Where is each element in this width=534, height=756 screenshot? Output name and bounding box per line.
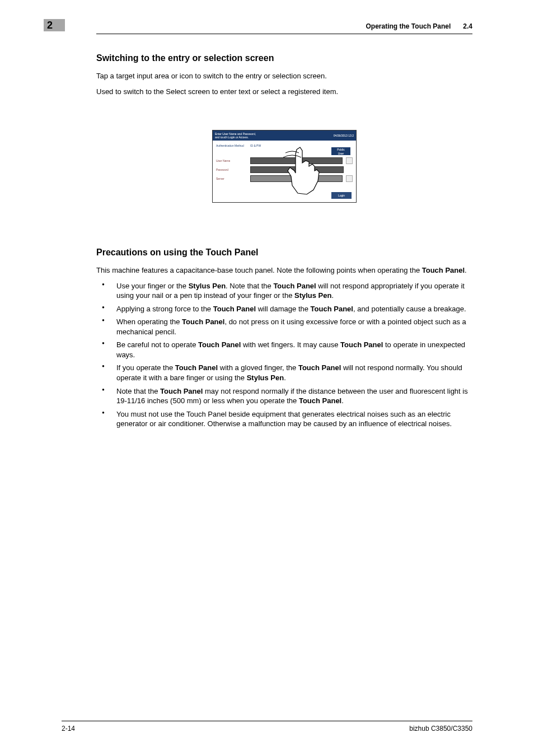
figure-login-button: Login xyxy=(331,192,352,199)
footer-model: bizhub C3850/C3350 xyxy=(409,725,472,732)
list-item: Note that the Touch Panel may not respon… xyxy=(96,386,472,406)
figure-label-password: Password xyxy=(216,168,247,171)
figure-label-server: Server xyxy=(216,177,247,180)
figure-title-left: Enter User Name and Password, and touch … xyxy=(215,132,256,139)
figure-list-icon xyxy=(346,175,353,182)
page-header: Operating the Touch Panel 2.4 xyxy=(96,22,472,34)
header-section-number: 2.4 xyxy=(463,22,472,30)
figure-label-username: User Name xyxy=(216,159,247,162)
list-item: Use your finger or the Stylus Pen. Note … xyxy=(96,281,472,301)
touch-panel-figure: Enter User Name and Password, and touch … xyxy=(212,130,357,203)
list-item: When operating the Touch Panel, do not p… xyxy=(96,317,472,337)
section2-heading: Precautions on using the Touch Panel xyxy=(96,248,472,258)
figure-datetime: 04/26/2013 13:2 xyxy=(334,134,354,137)
figure-password-field xyxy=(250,166,344,173)
list-item: You must not use the Touch Panel beside … xyxy=(96,409,472,429)
section2-intro: This machine features a capacitance-base… xyxy=(96,265,472,276)
figure-keyboard-icon xyxy=(346,157,353,164)
figure-public-user-button: Public User xyxy=(331,147,350,155)
page-footer: 2-14 bizhub C3850/C3350 xyxy=(62,721,472,732)
list-item: Be careful not to operate Touch Panel wi… xyxy=(96,340,472,360)
chapter-number: 2 xyxy=(47,20,53,31)
header-title: Operating the Touch Panel xyxy=(366,22,451,30)
figure-titlebar: Enter User Name and Password, and touch … xyxy=(213,130,356,141)
chapter-tab: 2 xyxy=(44,19,65,31)
section1-paragraph-2: Used to switch to the Select screen to e… xyxy=(96,87,472,97)
figure-username-field xyxy=(250,157,343,164)
figure-container: Enter User Name and Password, and touch … xyxy=(96,130,472,203)
footer-page-number: 2-14 xyxy=(62,725,75,732)
figure-label-idpw: ID & PW xyxy=(250,144,261,147)
figure-server-field xyxy=(250,175,343,182)
figure-label-auth: Authentication Method xyxy=(216,144,247,147)
list-item: Applying a strong force to the Touch Pan… xyxy=(96,304,472,314)
list-item: If you operate the Touch Panel with a gl… xyxy=(96,363,472,382)
precautions-list: Use your finger or the Stylus Pen. Note … xyxy=(96,281,472,429)
section1-paragraph-1: Tap a target input area or icon to switc… xyxy=(96,71,472,81)
section1-heading: Switching to the entry or selection scre… xyxy=(96,53,472,63)
